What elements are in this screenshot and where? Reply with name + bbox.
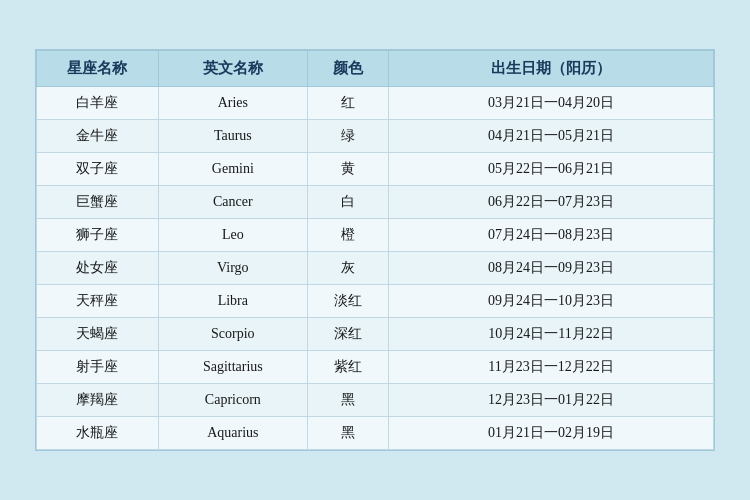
- table-row: 射手座Sagittarius紫红11月23日一12月22日: [37, 351, 714, 384]
- chinese-name-cell: 处女座: [37, 252, 159, 285]
- table-row: 金牛座Taurus绿04月21日一05月21日: [37, 120, 714, 153]
- date-cell: 06月22日一07月23日: [389, 186, 714, 219]
- chinese-name-cell: 白羊座: [37, 87, 159, 120]
- english-name-cell: Taurus: [158, 120, 307, 153]
- date-cell: 07月24日一08月23日: [389, 219, 714, 252]
- table-header-row: 星座名称 英文名称 颜色 出生日期（阳历）: [37, 51, 714, 87]
- english-name-cell: Sagittarius: [158, 351, 307, 384]
- date-cell: 10月24日一11月22日: [389, 318, 714, 351]
- english-name-cell: Cancer: [158, 186, 307, 219]
- table-row: 天秤座Libra淡红09月24日一10月23日: [37, 285, 714, 318]
- table-row: 白羊座Aries红03月21日一04月20日: [37, 87, 714, 120]
- color-cell: 紫红: [307, 351, 388, 384]
- english-name-cell: Leo: [158, 219, 307, 252]
- date-cell: 08月24日一09月23日: [389, 252, 714, 285]
- chinese-name-cell: 射手座: [37, 351, 159, 384]
- table-row: 双子座Gemini黄05月22日一06月21日: [37, 153, 714, 186]
- color-cell: 红: [307, 87, 388, 120]
- date-cell: 11月23日一12月22日: [389, 351, 714, 384]
- color-cell: 橙: [307, 219, 388, 252]
- english-name-cell: Virgo: [158, 252, 307, 285]
- color-cell: 绿: [307, 120, 388, 153]
- table-row: 处女座Virgo灰08月24日一09月23日: [37, 252, 714, 285]
- english-name-cell: Libra: [158, 285, 307, 318]
- color-cell: 黑: [307, 417, 388, 450]
- color-cell: 深红: [307, 318, 388, 351]
- english-name-cell: Scorpio: [158, 318, 307, 351]
- table-row: 摩羯座Capricorn黑12月23日一01月22日: [37, 384, 714, 417]
- chinese-name-cell: 天蝎座: [37, 318, 159, 351]
- color-cell: 黄: [307, 153, 388, 186]
- table-row: 天蝎座Scorpio深红10月24日一11月22日: [37, 318, 714, 351]
- date-cell: 09月24日一10月23日: [389, 285, 714, 318]
- zodiac-table: 星座名称 英文名称 颜色 出生日期（阳历） 白羊座Aries红03月21日一04…: [36, 50, 714, 450]
- date-cell: 12月23日一01月22日: [389, 384, 714, 417]
- english-name-cell: Aquarius: [158, 417, 307, 450]
- date-cell: 01月21日一02月19日: [389, 417, 714, 450]
- color-cell: 白: [307, 186, 388, 219]
- color-cell: 灰: [307, 252, 388, 285]
- table-row: 水瓶座Aquarius黑01月21日一02月19日: [37, 417, 714, 450]
- chinese-name-cell: 双子座: [37, 153, 159, 186]
- chinese-name-cell: 狮子座: [37, 219, 159, 252]
- zodiac-table-container: 星座名称 英文名称 颜色 出生日期（阳历） 白羊座Aries红03月21日一04…: [35, 49, 715, 451]
- color-cell: 淡红: [307, 285, 388, 318]
- date-cell: 03月21日一04月20日: [389, 87, 714, 120]
- date-cell: 04月21日一05月21日: [389, 120, 714, 153]
- english-name-cell: Gemini: [158, 153, 307, 186]
- header-birth-date: 出生日期（阳历）: [389, 51, 714, 87]
- chinese-name-cell: 摩羯座: [37, 384, 159, 417]
- color-cell: 黑: [307, 384, 388, 417]
- header-english-name: 英文名称: [158, 51, 307, 87]
- english-name-cell: Capricorn: [158, 384, 307, 417]
- table-body: 白羊座Aries红03月21日一04月20日金牛座Taurus绿04月21日一0…: [37, 87, 714, 450]
- header-chinese-name: 星座名称: [37, 51, 159, 87]
- chinese-name-cell: 金牛座: [37, 120, 159, 153]
- table-row: 狮子座Leo橙07月24日一08月23日: [37, 219, 714, 252]
- english-name-cell: Aries: [158, 87, 307, 120]
- table-row: 巨蟹座Cancer白06月22日一07月23日: [37, 186, 714, 219]
- date-cell: 05月22日一06月21日: [389, 153, 714, 186]
- chinese-name-cell: 水瓶座: [37, 417, 159, 450]
- chinese-name-cell: 巨蟹座: [37, 186, 159, 219]
- header-color: 颜色: [307, 51, 388, 87]
- chinese-name-cell: 天秤座: [37, 285, 159, 318]
